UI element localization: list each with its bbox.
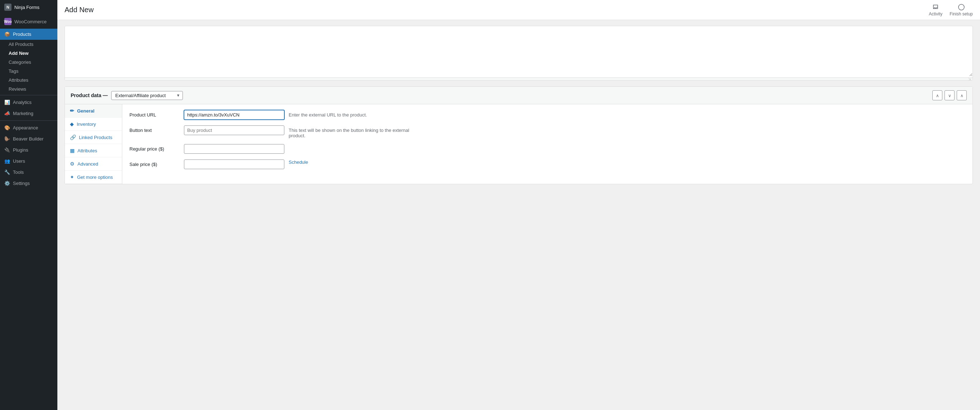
sidebar: N Ninja Forms Woo WooCommerce 📦 Products…: [0, 0, 57, 410]
chevron-collapse-icon: [960, 92, 964, 98]
sidebar-sub-attributes[interactable]: Attributes: [0, 76, 57, 84]
content-area: ⇲ Product data — Simple product Grouped …: [57, 20, 980, 410]
users-label: Users: [13, 158, 25, 164]
ninja-forms-icon: N: [4, 3, 11, 11]
product-data-panel: Product data — Simple product Grouped pr…: [65, 86, 973, 184]
main-area: Add New Activity Finish setup ⇲: [57, 0, 980, 410]
woocommerce-icon: Woo: [4, 18, 11, 25]
tab-linked-products-label: Linked Products: [79, 135, 112, 140]
sidebar-item-plugins[interactable]: 🔌 Plugins: [0, 145, 57, 156]
sale-price-input[interactable]: [184, 159, 284, 169]
tab-attributes-label: Attributes: [78, 148, 97, 153]
activity-icon: [932, 3, 939, 11]
sidebar-divider-1: [0, 95, 57, 95]
svg-point-0: [958, 4, 964, 10]
button-text-desc: This text will be shown on the button li…: [289, 126, 418, 138]
product-type-selector[interactable]: Simple product Grouped product External/…: [111, 91, 183, 100]
description-resize-handle[interactable]: ⇲: [65, 78, 972, 80]
product-url-desc: Enter the external URL to the product.: [289, 110, 418, 118]
sidebar-sub-all-products[interactable]: All Products: [0, 40, 57, 49]
sidebar-item-appearance[interactable]: 🎨 Appearance: [0, 122, 57, 133]
description-textarea[interactable]: [65, 26, 972, 76]
general-tab-icon: [70, 108, 74, 114]
description-box: ⇲: [65, 26, 973, 81]
collapse-down-button[interactable]: [945, 90, 955, 100]
product-data-tabs: General ◆ Inventory 🔗 Linked Products ▦ …: [65, 104, 122, 184]
tools-icon: 🔧: [4, 170, 10, 175]
tools-label: Tools: [13, 170, 24, 175]
tab-attributes[interactable]: ▦ Attributes: [65, 144, 122, 157]
advanced-tab-icon: ⚙: [70, 161, 75, 167]
sale-price-label: Sale price ($): [129, 159, 180, 167]
button-text-input-wrap: [184, 126, 284, 135]
sidebar-item-settings[interactable]: ⚙️ Settings: [0, 178, 57, 189]
sidebar-sub-categories[interactable]: Categories: [0, 58, 57, 67]
finish-setup-label: Finish setup: [950, 11, 973, 16]
activity-label: Activity: [929, 11, 942, 16]
analytics-label: Analytics: [13, 100, 32, 105]
product-data-header: Product data — Simple product Grouped pr…: [65, 87, 972, 104]
marketing-icon: 📣: [4, 111, 10, 116]
marketing-label: Marketing: [13, 111, 33, 116]
sidebar-item-marketing[interactable]: 📣 Marketing: [0, 108, 57, 119]
sidebar-item-ninja-forms[interactable]: N Ninja Forms: [0, 0, 57, 14]
collapse-up-button[interactable]: [932, 90, 942, 100]
tab-advanced[interactable]: ⚙ Advanced: [65, 157, 122, 171]
get-more-options-icon: ✦: [70, 174, 74, 180]
plugins-icon: 🔌: [4, 147, 10, 153]
appearance-label: Appearance: [13, 125, 38, 130]
products-icon: 📦: [4, 32, 10, 37]
beaver-builder-icon: 🦫: [4, 136, 10, 141]
settings-icon: ⚙️: [4, 181, 10, 186]
topbar-right: Activity Finish setup: [929, 3, 973, 16]
tab-inventory[interactable]: ◆ Inventory: [65, 118, 122, 131]
tab-inventory-label: Inventory: [77, 121, 96, 127]
woocommerce-label: WooCommerce: [14, 19, 47, 24]
tab-get-more-options[interactable]: ✦ Get more options: [65, 171, 122, 184]
sidebar-item-woocommerce[interactable]: Woo WooCommerce: [0, 14, 57, 29]
sidebar-item-users[interactable]: 👥 Users: [0, 156, 57, 167]
schedule-link[interactable]: Schedule: [289, 159, 308, 165]
tab-general[interactable]: General: [65, 104, 122, 118]
ninja-forms-label: Ninja Forms: [14, 5, 40, 10]
collapse-toggle-button[interactable]: [957, 90, 967, 100]
resize-icon: ⇲: [968, 77, 971, 81]
product-type-select[interactable]: Simple product Grouped product External/…: [111, 91, 183, 100]
linked-products-tab-icon: 🔗: [70, 134, 76, 140]
inventory-tab-icon: ◆: [70, 121, 74, 127]
sale-price-row: Sale price ($) Schedule: [129, 159, 965, 169]
sidebar-divider-2: [0, 121, 57, 121]
general-tab-content: Product URL Enter the external URL to th…: [122, 104, 972, 184]
regular-price-input-wrap: [184, 144, 284, 154]
regular-price-input[interactable]: [184, 144, 284, 154]
sidebar-item-analytics[interactable]: 📊 Analytics: [0, 97, 57, 108]
sale-price-input-wrap: [184, 159, 284, 169]
header-controls: [932, 90, 967, 100]
sidebar-sub-reviews[interactable]: Reviews: [0, 84, 57, 94]
product-url-input-wrap: [184, 110, 284, 120]
analytics-icon: 📊: [4, 100, 10, 105]
appearance-icon: 🎨: [4, 125, 10, 130]
attributes-tab-icon: ▦: [70, 148, 75, 153]
sidebar-sub-tags[interactable]: Tags: [0, 67, 57, 76]
chevron-up-icon: [936, 92, 939, 98]
products-label: Products: [13, 32, 31, 37]
settings-label: Settings: [13, 181, 30, 186]
finish-setup-icon: [958, 3, 965, 11]
tab-linked-products[interactable]: 🔗 Linked Products: [65, 131, 122, 144]
beaver-builder-label: Beaver Builder: [13, 136, 43, 141]
finish-setup-button[interactable]: Finish setup: [950, 3, 973, 16]
button-text-input[interactable]: [184, 126, 284, 135]
page-title: Add New: [65, 6, 94, 14]
topbar: Add New Activity Finish setup: [57, 0, 980, 20]
sidebar-sub-add-new[interactable]: Add New: [0, 49, 57, 58]
regular-price-row: Regular price ($): [129, 144, 965, 154]
product-url-input[interactable]: [184, 110, 284, 120]
product-url-row: Product URL Enter the external URL to th…: [129, 110, 965, 120]
tab-get-more-options-label: Get more options: [77, 175, 113, 180]
sidebar-item-tools[interactable]: 🔧 Tools: [0, 167, 57, 178]
chevron-down-icon: [948, 92, 951, 98]
sidebar-item-beaver-builder[interactable]: 🦫 Beaver Builder: [0, 133, 57, 145]
activity-button[interactable]: Activity: [929, 3, 942, 16]
sidebar-item-products[interactable]: 📦 Products: [0, 29, 57, 40]
